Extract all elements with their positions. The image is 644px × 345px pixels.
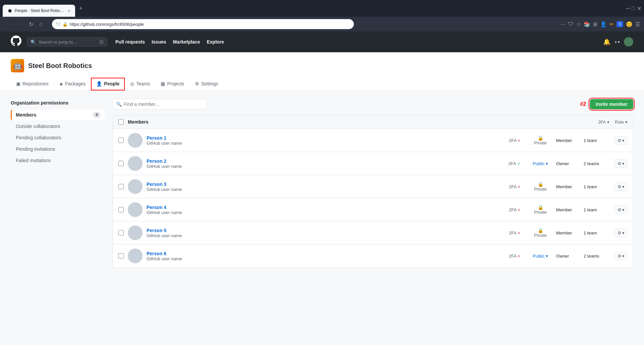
- github-search[interactable]: 🔍 Search or jump to... /: [27, 37, 107, 47]
- member-2fa: 2FA ×: [504, 184, 525, 189]
- more-options-icon[interactable]: ⋯: [560, 21, 566, 27]
- notification-bell-icon[interactable]: 🔔: [603, 38, 610, 46]
- tab-people[interactable]: 👤 People: [91, 78, 125, 90]
- table-filters: 2FA ▾ Role ▾: [598, 120, 628, 125]
- pending-invitations-label: Pending invitations: [16, 146, 55, 152]
- search-input[interactable]: [113, 99, 207, 110]
- org-title-row: 🤖 Steel Boot Robotics: [11, 59, 633, 72]
- member-privacy: Public ▾: [529, 161, 552, 166]
- org-name: Steel Boot Robotics: [28, 62, 92, 70]
- table-row: Person 1 GitHub user name 2FA × 🔒 Privat…: [113, 129, 633, 152]
- sidebar-item-failed-invitations[interactable]: Failed invitations: [11, 155, 105, 166]
- member-gear-button[interactable]: ⚙ ▾: [614, 252, 628, 260]
- sidebar-item-pending-collaborators[interactable]: Pending collaborators: [11, 132, 105, 143]
- select-all-checkbox[interactable]: [118, 119, 124, 125]
- tab-settings[interactable]: ⚙ Settings: [190, 78, 224, 90]
- member-username: GitHub user name: [147, 233, 500, 238]
- tab-title: People · Steel Boot Robotics: [15, 8, 65, 13]
- member-teams: 1 team: [584, 138, 610, 143]
- member-role: Member: [556, 207, 580, 212]
- member-checkbox[interactable]: [118, 138, 124, 143]
- member-username: GitHub user name: [147, 210, 500, 215]
- sidebar-item-outside-collaborators[interactable]: Outside collaborators: [11, 121, 105, 132]
- search-icon: 🔍: [31, 40, 36, 45]
- nav-explore[interactable]: Explore: [207, 39, 224, 45]
- member-name[interactable]: Person 4: [147, 205, 166, 210]
- member-2fa: 2FA ×: [504, 207, 525, 212]
- search-wrap: 🔍: [113, 99, 207, 110]
- extension-icon[interactable]: ✏: [609, 21, 614, 27]
- browser-tab-active[interactable]: ⬤ People · Steel Boot Robotics ×: [3, 5, 75, 17]
- member-name[interactable]: Person 3: [147, 182, 166, 187]
- sidebar-section-title: Organization permissions: [11, 99, 105, 107]
- member-2fa: 2FA ×: [504, 230, 525, 235]
- nav-marketplace[interactable]: Marketplace: [173, 39, 200, 45]
- member-2fa: 2FA ✓: [504, 161, 525, 166]
- sidebar-item-members[interactable]: Members 9: [11, 110, 105, 120]
- github-main-nav: Pull requests Issues Marketplace Explore: [115, 39, 224, 45]
- user-avatar[interactable]: [624, 37, 633, 47]
- filter-2fa-button[interactable]: 2FA ▾: [598, 120, 609, 125]
- tab-close-icon[interactable]: ×: [68, 8, 70, 13]
- new-tab-button[interactable]: +: [76, 4, 86, 13]
- avatar: [128, 133, 143, 148]
- member-name[interactable]: Person 1: [147, 135, 166, 141]
- github-logo[interactable]: [11, 36, 21, 49]
- member-info: Person 4 GitHub user name: [147, 205, 500, 215]
- member-checkbox[interactable]: [118, 184, 124, 189]
- member-info: Person 3 GitHub user name: [147, 182, 500, 192]
- search-placeholder-text: Search or jump to...: [39, 40, 76, 45]
- close-btn[interactable]: ✕: [637, 5, 641, 12]
- member-checkbox[interactable]: [118, 253, 124, 259]
- filter-role-button[interactable]: Role ▾: [615, 120, 628, 125]
- member-username: GitHub user name: [147, 141, 500, 146]
- tab-projects[interactable]: ▦ Projects: [155, 78, 190, 90]
- refresh-button[interactable]: ↻: [27, 20, 35, 29]
- member-gear-button[interactable]: ⚙ ▾: [614, 206, 628, 214]
- member-info: Person 1 GitHub user name: [147, 135, 500, 146]
- member-privacy: 🔒 Private: [529, 182, 552, 192]
- public-dropdown[interactable]: Public ▾: [533, 254, 548, 259]
- user-avatar-icon[interactable]: 😊: [626, 21, 633, 27]
- bookmark-icon[interactable]: ☆: [576, 21, 581, 27]
- home-button[interactable]: ⌂: [37, 20, 45, 28]
- tab-repositories[interactable]: ▣ Repositories: [11, 78, 54, 90]
- minimize-btn[interactable]: ─: [626, 5, 630, 12]
- member-name[interactable]: Person 5: [147, 228, 166, 233]
- nav-pull-requests[interactable]: Pull requests: [115, 39, 145, 45]
- tab-groups-icon[interactable]: ⊞: [593, 21, 597, 27]
- lock-icon: 🔒: [538, 228, 543, 233]
- maximize-btn[interactable]: □: [632, 5, 635, 12]
- member-gear-button[interactable]: ⚙ ▾: [614, 136, 628, 145]
- bookmarks-panel-icon[interactable]: 📚: [584, 21, 590, 27]
- search-icon-abs: 🔍: [116, 101, 122, 107]
- member-role: Member: [556, 184, 580, 189]
- member-gear-button[interactable]: ⚙ ▾: [614, 159, 628, 168]
- member-gear-button[interactable]: ⚙ ▾: [614, 183, 628, 191]
- sidebar-item-pending-invitations[interactable]: Pending invitations: [11, 144, 105, 154]
- member-name[interactable]: Person 6: [147, 251, 166, 256]
- member-name[interactable]: Person 2: [147, 158, 166, 164]
- nav-issues[interactable]: Issues: [152, 39, 166, 45]
- sync-icon[interactable]: S: [616, 21, 623, 27]
- org-header: 🤖 Steel Boot Robotics ▣ Repositories ◈ P…: [0, 52, 644, 91]
- profile-icon[interactable]: 👤: [600, 21, 607, 27]
- back-button[interactable]: ←: [4, 20, 13, 28]
- member-checkbox[interactable]: [118, 230, 124, 235]
- new-item-button[interactable]: + ▾: [614, 39, 620, 45]
- tab-packages[interactable]: ◈ Packages: [54, 78, 91, 90]
- member-checkbox[interactable]: [118, 161, 124, 166]
- menu-icon[interactable]: ☰: [635, 21, 640, 27]
- member-gear-button[interactable]: ⚙ ▾: [614, 229, 628, 237]
- tab-teams[interactable]: ◎ Teams: [125, 78, 155, 90]
- member-checkbox[interactable]: [118, 207, 124, 212]
- url-bar[interactable]: 🛡 🔒 https://github.com/orgs/frc6506/peop…: [52, 19, 354, 29]
- public-dropdown[interactable]: Public ▾: [533, 161, 548, 166]
- member-role: Member: [556, 138, 580, 143]
- forward-button[interactable]: →: [15, 20, 25, 28]
- member-username: GitHub user name: [147, 187, 500, 192]
- sidebar: Organization permissions Members 9 Outsi…: [11, 99, 105, 331]
- member-role: Member: [556, 230, 580, 235]
- invite-member-button[interactable]: Invite member: [590, 99, 633, 109]
- member-role: Owner: [556, 161, 580, 166]
